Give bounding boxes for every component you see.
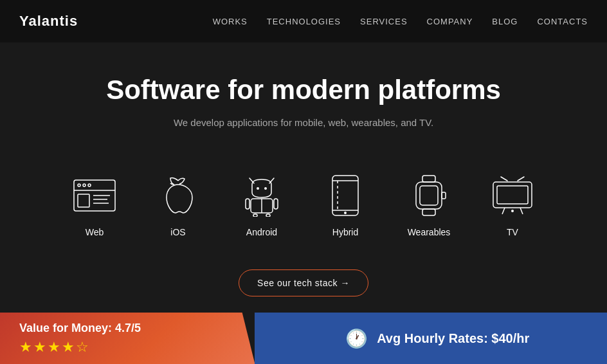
hero-subtitle: We develop applications for mobile, web,…: [13, 117, 594, 128]
platforms-section: Web iOS: [0, 147, 607, 257]
banner-rate: 🕐 Avg Hourly Rates: $40/hr: [255, 313, 607, 364]
svg-rect-16: [253, 214, 257, 217]
svg-point-23: [344, 212, 347, 214]
svg-rect-15: [274, 199, 278, 209]
hybrid-icon: [323, 173, 368, 218]
svg-rect-5: [78, 194, 89, 207]
nav-company[interactable]: COMPANY: [427, 17, 473, 26]
cta-button[interactable]: See our tech stack →: [239, 269, 368, 296]
navbar: Yalantis WORKS TECHNOLOGIES SERVICES COM…: [0, 0, 607, 42]
svg-rect-26: [422, 209, 435, 215]
nav-works[interactable]: WORKS: [213, 17, 248, 26]
wearables-icon: [406, 173, 451, 218]
nav-services[interactable]: SERVICES: [360, 17, 408, 26]
hybrid-label: Hybrid: [332, 227, 358, 237]
bottom-banner: Value for Money: 4.7/5 ★★★★☆ 🕐 Avg Hourl…: [0, 313, 607, 364]
android-label: Android: [246, 227, 277, 237]
svg-line-10: [269, 178, 274, 183]
cta-section: See our tech stack →: [0, 257, 607, 316]
svg-rect-27: [420, 186, 438, 205]
svg-line-34: [502, 208, 505, 214]
hero-section: Software for modern platforms We develop…: [0, 42, 607, 147]
platform-hybrid: Hybrid: [323, 173, 368, 237]
rate-label: Avg Hourly Rates: $40/hr: [377, 331, 529, 346]
svg-line-30: [518, 177, 524, 181]
ios-icon: [156, 173, 201, 218]
svg-point-11: [257, 187, 259, 190]
ios-label: iOS: [170, 227, 185, 237]
logo[interactable]: Yalantis: [19, 13, 78, 30]
tv-label: TV: [507, 227, 518, 237]
tv-icon: [490, 173, 535, 218]
svg-point-1: [78, 184, 80, 187]
svg-point-3: [88, 184, 91, 187]
platform-android: Android: [239, 173, 284, 237]
android-icon: [239, 173, 284, 218]
svg-rect-14: [246, 199, 249, 209]
svg-rect-24: [422, 176, 435, 182]
svg-rect-19: [332, 176, 358, 215]
platform-tv: TV: [490, 173, 535, 237]
value-label: Value for Money: 4.7/5: [19, 322, 235, 335]
svg-point-12: [264, 187, 267, 190]
svg-line-9: [249, 178, 254, 183]
nav-technologies[interactable]: TECHNOLOGIES: [267, 17, 341, 26]
platform-web: Web: [72, 173, 117, 237]
clock-icon: 🕐: [345, 328, 368, 349]
banner-value: Value for Money: 4.7/5 ★★★★☆: [0, 313, 255, 364]
svg-point-33: [511, 210, 514, 212]
nav-contacts[interactable]: CONTACTS: [537, 17, 588, 26]
svg-point-2: [83, 184, 86, 187]
web-label: Web: [86, 227, 104, 237]
nav-blog[interactable]: BLOG: [492, 17, 518, 26]
platform-ios: iOS: [156, 173, 201, 237]
wearables-label: Wearables: [408, 227, 451, 237]
svg-rect-32: [497, 186, 528, 204]
svg-rect-17: [266, 214, 270, 217]
nav-links: WORKS TECHNOLOGIES SERVICES COMPANY BLOG…: [213, 17, 588, 26]
platform-wearables: Wearables: [406, 173, 451, 237]
svg-line-29: [501, 177, 507, 181]
web-icon: [72, 173, 117, 218]
stars: ★★★★☆: [19, 339, 235, 356]
svg-line-35: [520, 208, 523, 214]
svg-rect-28: [442, 192, 446, 199]
hero-title: Software for modern platforms: [13, 75, 594, 105]
